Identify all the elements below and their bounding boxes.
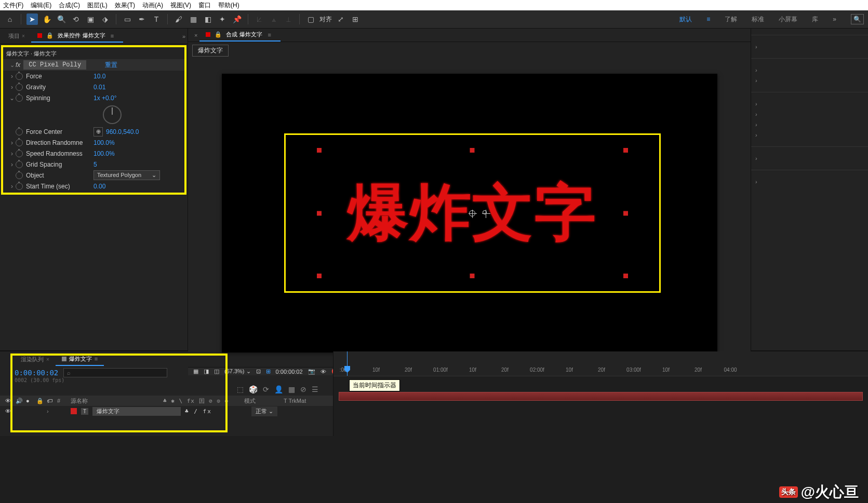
stopwatch-icon[interactable]	[16, 150, 23, 157]
snap-toggle-icon[interactable]: ⤢	[335, 13, 346, 25]
stopwatch-icon[interactable]	[16, 128, 23, 135]
caret-icon[interactable]: ›	[8, 139, 16, 146]
collapsed-panel-caret[interactable]: ›	[751, 119, 868, 130]
collapsed-panel-caret[interactable]: ›	[751, 176, 868, 187]
collapsed-panel-caret[interactable]: ›	[751, 65, 868, 75]
timeline-right[interactable]: :00f10f20f01:00f10f20f02:00f10f20f03:00f…	[333, 351, 868, 436]
workspace-small[interactable]: 小屏幕	[779, 15, 797, 24]
tab-composition[interactable]: 🔒 合成 爆炸文字 ≡	[199, 29, 280, 42]
label-col-icon[interactable]: 🏷	[47, 398, 53, 404]
tab-effect-controls[interactable]: 🔒 效果控件 爆炸文字 ≡	[31, 30, 123, 43]
caret-icon[interactable]: ›	[8, 161, 16, 168]
stopwatch-icon[interactable]	[16, 94, 23, 102]
menu-file[interactable]: 文件(F)	[3, 1, 23, 9]
spinning-dial[interactable]	[103, 105, 122, 124]
layer-switches[interactable]: ♣ / fx	[185, 408, 247, 415]
handle[interactable]	[623, 148, 628, 153]
comp-canvas[interactable]: 爆炸文字	[222, 74, 717, 352]
flowchart-pill[interactable]: 爆炸文字	[192, 45, 229, 57]
tab-render-queue[interactable]: 渲染队列 ×	[15, 354, 56, 365]
menu-anim[interactable]: 动画(A)	[142, 1, 163, 9]
shy-icon[interactable]: 👤	[274, 385, 283, 393]
prop-value[interactable]: 100.0%	[94, 139, 115, 146]
timeline-layer-row[interactable]: 👁 › T 爆炸文字 ♣ / fx 正常 ⌄	[0, 406, 333, 416]
eraser-tool-icon[interactable]: ◧	[202, 13, 213, 25]
snap-edge-icon[interactable]: ⊞	[350, 13, 361, 25]
caret-icon[interactable]: ›	[8, 73, 16, 80]
menu-layer[interactable]: 图层(L)	[87, 1, 108, 9]
panel-menu-icon[interactable]: ≡	[108, 33, 117, 39]
menu-view[interactable]: 视图(V)	[170, 1, 191, 9]
stopwatch-icon[interactable]	[16, 183, 23, 190]
solo-col-icon[interactable]: ●	[26, 398, 32, 404]
trkmat-col-header[interactable]: T TrkMat	[284, 398, 306, 404]
camera-tool-icon[interactable]: ▣	[85, 13, 96, 25]
caret-icon[interactable]: ›	[8, 150, 16, 157]
orbit-tool-icon[interactable]: ⟲	[70, 13, 82, 25]
collapsed-panel-caret[interactable]: ›	[751, 153, 868, 164]
search-input[interactable]	[63, 368, 167, 377]
motion-blur-icon[interactable]: ⊘	[300, 385, 306, 393]
lock-col-icon[interactable]: 🔒	[36, 398, 43, 404]
handle[interactable]	[470, 274, 475, 278]
tab-timeline-comp[interactable]: 爆炸文字 ≡	[56, 353, 104, 366]
comp-flowchart-icon[interactable]: ⬚	[237, 385, 244, 393]
prop-value[interactable]: 1x +0.0°	[94, 94, 117, 102]
close-icon[interactable]: ×	[46, 357, 49, 362]
effect-reset-link[interactable]: 重置	[105, 61, 117, 70]
handle[interactable]	[317, 148, 322, 153]
blend-mode-dropdown[interactable]: 正常 ⌄	[251, 406, 277, 416]
layer-duration-bar[interactable]	[339, 392, 863, 401]
hand-tool-icon[interactable]: ✋	[41, 13, 52, 25]
menu-edit[interactable]: 编辑(E)	[31, 1, 51, 9]
tab-project[interactable]: 项目 ×	[2, 30, 31, 42]
prop-value[interactable]: 0.00	[94, 183, 105, 190]
close-icon[interactable]: ×	[192, 30, 199, 40]
rectangle-tool-icon[interactable]: ▭	[122, 13, 133, 25]
collapsed-panel-caret[interactable]: ›	[751, 109, 868, 119]
menu-effect[interactable]: 效果(T)	[115, 1, 135, 9]
stopwatch-icon[interactable]	[16, 139, 23, 146]
menu-help[interactable]: 帮助(H)	[218, 1, 239, 9]
workspace-menu-icon[interactable]: ≡	[706, 16, 710, 23]
clone-tool-icon[interactable]: ▦	[188, 13, 199, 25]
home-icon[interactable]: ⌂	[4, 13, 16, 25]
handle[interactable]	[470, 148, 475, 153]
pen-tool-icon[interactable]: ✒	[136, 13, 148, 25]
handle[interactable]	[317, 211, 322, 215]
snap-icon[interactable]: ▢	[305, 13, 316, 25]
collapsed-panel-caret[interactable]: ›	[751, 99, 868, 109]
eye-col-icon[interactable]: 👁	[5, 398, 11, 404]
stopwatch-icon[interactable]	[16, 73, 23, 80]
caret-icon[interactable]: ›	[8, 84, 16, 91]
pan-behind-tool-icon[interactable]: ⬗	[99, 13, 111, 25]
panel-overflow-icon[interactable]: »	[182, 33, 185, 39]
current-time-indicator[interactable]	[347, 351, 348, 376]
object-dropdown[interactable]: Textured Polygon⌄	[94, 170, 160, 180]
prop-value[interactable]: 0.01	[94, 84, 105, 91]
puppet-tool-icon[interactable]: 📌	[231, 13, 243, 25]
menu-comp[interactable]: 合成(C)	[59, 1, 80, 9]
force-center-icon[interactable]	[483, 210, 487, 214]
handle[interactable]	[623, 274, 628, 278]
3d-renderer-icon[interactable]: 🎲	[249, 385, 258, 393]
draft3d-icon[interactable]: ⟳	[263, 385, 269, 393]
menu-window[interactable]: 窗口	[198, 1, 211, 9]
anchor-point-icon[interactable]	[469, 210, 475, 216]
prop-value[interactable]: 5	[94, 161, 97, 168]
viewport[interactable]: 爆炸文字	[188, 59, 751, 367]
caret-icon[interactable]: ›	[47, 408, 53, 414]
time-ruler[interactable]: :00f10f20f01:00f10f20f02:00f10f20f03:00f…	[333, 351, 868, 376]
lock-icon[interactable]: 🔒	[215, 31, 222, 38]
crosshair-icon[interactable]: ⊕	[94, 127, 103, 137]
type-tool-icon[interactable]: T	[151, 13, 162, 25]
search-help-icon[interactable]: 🔍	[851, 14, 864, 24]
prop-value[interactable]: 960.0,540.0	[106, 128, 139, 135]
selection-tool-icon[interactable]: ➤	[26, 13, 38, 25]
workspace-learn[interactable]: 了解	[725, 15, 737, 24]
effect-name[interactable]: CC Pixel Polly	[23, 60, 86, 70]
graph-editor-icon[interactable]: ☰	[312, 385, 318, 393]
workspace-standard[interactable]: 标准	[752, 15, 764, 24]
zoom-tool-icon[interactable]: 🔍	[56, 13, 67, 25]
audio-col-icon[interactable]: 🔊	[16, 398, 22, 404]
